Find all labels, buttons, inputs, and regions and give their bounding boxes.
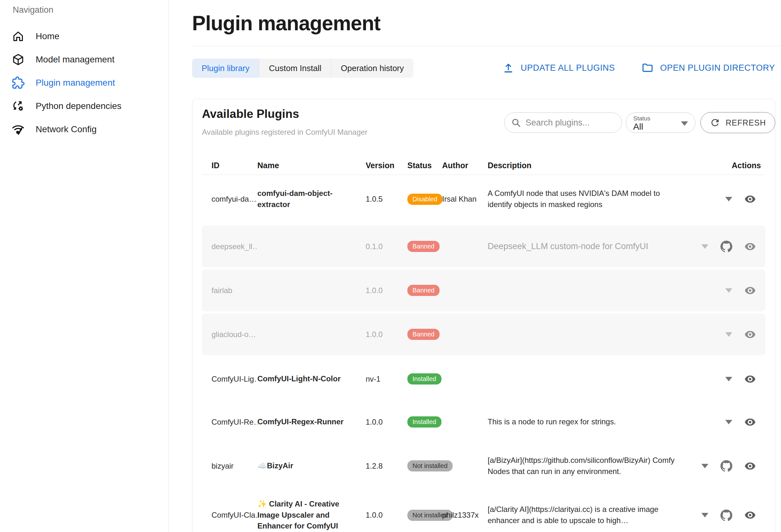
plugin-version: 1.0.0 <box>366 510 407 520</box>
row-actions <box>692 509 764 521</box>
sidebar-item-python-dependencies[interactable]: Python dependencies <box>0 94 168 118</box>
status-badge: Banned <box>407 241 440 252</box>
panel-title: Available Plugins <box>202 107 299 121</box>
row-actions <box>692 285 764 296</box>
view-details-icon[interactable] <box>744 285 756 296</box>
table-row: ComfyUI-Re… ComfyUI-Regex-Runner 1.0.0 I… <box>202 401 766 443</box>
plugin-description: Deepseek_LLM custom-node for ComfyUI <box>488 240 692 253</box>
sidebar-item-network-config[interactable]: Network Config <box>0 118 168 141</box>
view-details-icon[interactable] <box>744 460 756 472</box>
table-row: ComfyUI-Lig… ComfyUI-Light-N-Color nv-1 … <box>202 358 766 401</box>
available-plugins-panel: Available Plugins Available plugins regi… <box>192 99 775 532</box>
table-row: comfyui-da… comfyui-dam-object-extractor… <box>202 175 766 223</box>
expand-row-icon[interactable] <box>701 464 708 468</box>
plugin-version: 1.0.5 <box>366 195 407 204</box>
col-header-description: Description <box>488 161 692 170</box>
python-dependencies-icon <box>11 99 25 113</box>
cube-icon <box>11 53 25 66</box>
status-filter-select[interactable]: Status All <box>626 113 695 133</box>
sidebar-item-model-management[interactable]: Model management <box>0 48 168 71</box>
open-plugin-directory-button[interactable]: OPEN PLUGIN DIRECTORY <box>642 62 775 74</box>
plugins-table: ID Name Version Status Author Descriptio… <box>202 153 766 532</box>
col-header-version: Version <box>366 161 407 170</box>
sidebar-item-label: Model management <box>36 54 114 65</box>
title-divider <box>192 46 781 46</box>
plugin-version: 0.1.0 <box>366 242 407 251</box>
plugin-id: ComfyUI-Cla… <box>211 510 257 520</box>
plugin-name: ☁️BizyAir <box>257 460 366 472</box>
plugin-description: [a/BizyAir](https://github.com/siliconfl… <box>488 455 692 477</box>
search-icon <box>511 118 521 128</box>
expand-row-icon[interactable] <box>725 420 732 424</box>
col-header-id: ID <box>211 161 257 170</box>
col-header-actions: Actions <box>692 161 764 170</box>
github-icon[interactable] <box>721 241 732 252</box>
plugin-description: A ComfyUI node that uses NVIDIA's DAM mo… <box>488 188 692 210</box>
expand-row-icon[interactable] <box>701 513 708 517</box>
tab-operation-history[interactable]: Operation history <box>331 58 413 78</box>
refresh-button[interactable]: REFRESH <box>700 112 775 133</box>
plugin-id: ComfyUI-Re… <box>211 418 257 426</box>
plugin-id: fairlab <box>211 286 257 295</box>
github-icon[interactable] <box>721 460 732 472</box>
plugin-version: nv-1 <box>366 375 407 383</box>
page-title: Plugin management <box>192 11 380 35</box>
status-badge: Not installed <box>407 460 453 472</box>
expand-row-icon[interactable] <box>701 244 708 249</box>
row-actions <box>692 241 764 252</box>
plugin-version: 1.0.0 <box>366 286 407 295</box>
tab-plugin-library[interactable]: Plugin library <box>192 58 259 78</box>
tab-custom-install[interactable]: Custom Install <box>259 58 331 78</box>
search-input[interactable] <box>526 118 615 128</box>
view-details-icon[interactable] <box>744 329 756 340</box>
plugin-id: ComfyUI-Lig… <box>211 375 257 383</box>
refresh-label: REFRESH <box>726 118 766 127</box>
plugin-id: gliacloud-o… <box>211 330 257 339</box>
tab-bar: Plugin library Custom Install Operation … <box>192 58 413 78</box>
open-plugin-directory-label: OPEN PLUGIN DIRECTORY <box>660 63 775 73</box>
plugin-id: bizyair <box>211 462 257 470</box>
home-icon <box>11 30 25 43</box>
status-badge: Disabled <box>407 194 442 205</box>
view-details-icon[interactable] <box>744 241 756 252</box>
plugin-description: This is a node to run regex for strings. <box>488 416 692 427</box>
github-icon[interactable] <box>721 509 732 521</box>
table-header: ID Name Version Status Author Descriptio… <box>202 153 766 175</box>
sidebar-item-label: Plugin management <box>36 78 115 88</box>
expand-row-icon[interactable] <box>725 377 732 381</box>
view-details-icon[interactable] <box>744 509 756 521</box>
sidebar-item-label: Home <box>36 31 59 41</box>
puzzle-icon <box>11 76 25 89</box>
sidebar-header: Navigation <box>13 5 53 15</box>
sidebar-item-plugin-management[interactable]: Plugin management <box>0 71 168 94</box>
update-all-plugins-button[interactable]: UPDATE ALL PLUGINS <box>502 62 615 74</box>
expand-row-icon[interactable] <box>725 332 732 337</box>
chevron-down-icon <box>681 121 688 126</box>
status-badge: Banned <box>407 329 440 340</box>
table-row: bizyair ☁️BizyAir 1.2.8 Not installed [a… <box>202 443 766 488</box>
status-filter-value: All <box>633 122 643 132</box>
row-actions <box>692 329 764 340</box>
expand-row-icon[interactable] <box>725 197 732 201</box>
plugin-version: 1.0.0 <box>366 330 407 339</box>
table-row: fairlab 1.0.0 Banned <box>202 270 766 311</box>
network-icon <box>11 123 25 136</box>
table-row: gliacloud-o… 1.0.0 Banned <box>202 314 766 355</box>
col-header-author: Author <box>442 161 488 170</box>
table-row: ComfyUI-Cla… ✨ Clarity AI - Creative Ima… <box>202 488 766 532</box>
plugin-name: ComfyUI-Regex-Runner <box>257 416 366 427</box>
status-badge: Installed <box>407 373 442 384</box>
view-details-icon[interactable] <box>744 416 756 428</box>
view-details-icon[interactable] <box>744 193 756 205</box>
sidebar-item-home[interactable]: Home <box>0 25 168 48</box>
plugin-id: deepseek_ll… <box>211 242 257 251</box>
toolbar: UPDATE ALL PLUGINS OPEN PLUGIN DIRECTORY <box>502 62 775 74</box>
expand-row-icon[interactable] <box>725 288 732 293</box>
status-badge: Banned <box>407 285 440 296</box>
sidebar: Navigation Home Model management Plugin … <box>0 0 169 532</box>
row-actions <box>692 373 764 385</box>
plugin-name: ✨ Clarity AI - Creative Image Upscaler a… <box>257 498 366 532</box>
view-details-icon[interactable] <box>744 373 756 385</box>
col-header-status: Status <box>407 161 442 170</box>
folder-icon <box>642 62 654 74</box>
